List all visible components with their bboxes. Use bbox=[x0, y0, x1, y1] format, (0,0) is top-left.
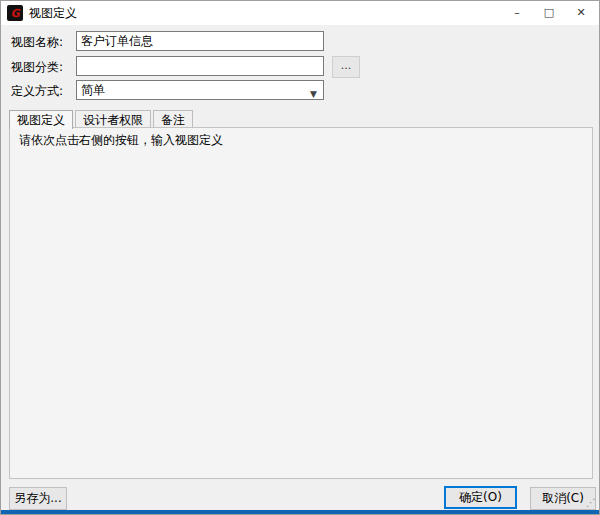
resize-grip[interactable]: ⋰ bbox=[586, 498, 596, 508]
definition-method-label: 定义方式: bbox=[11, 81, 63, 101]
tab-strip: 视图定义 设计者权限 备注 bbox=[9, 110, 195, 128]
tab-remarks[interactable]: 备注 bbox=[153, 110, 193, 128]
view-name-input[interactable] bbox=[76, 31, 324, 51]
instruction-text: 请依次点击右侧的按钮，输入视图定义 bbox=[19, 132, 223, 149]
view-definition-dialog: G 视图定义 – □ ✕ 视图名称: 视图分类: ... 定义方式: 简单 ▼ … bbox=[0, 0, 600, 515]
tab-page-view-definition bbox=[9, 127, 593, 479]
titlebar: G 视图定义 – □ ✕ bbox=[1, 1, 599, 25]
minimize-button[interactable]: – bbox=[501, 1, 533, 25]
app-logo-glyph: G bbox=[10, 8, 19, 19]
view-name-label: 视图名称: bbox=[11, 32, 63, 52]
maximize-button[interactable]: □ bbox=[533, 1, 565, 25]
close-button[interactable]: ✕ bbox=[565, 1, 597, 25]
app-icon: G bbox=[7, 5, 23, 21]
definition-method-value: 简单 bbox=[81, 83, 105, 97]
chevron-down-icon: ▼ bbox=[310, 85, 317, 103]
view-category-label: 视图分类: bbox=[11, 57, 63, 77]
window-title: 视图定义 bbox=[29, 1, 77, 25]
window-controls: – □ ✕ bbox=[501, 1, 597, 25]
view-category-input[interactable] bbox=[76, 56, 324, 76]
save-as-button[interactable]: 另存为... bbox=[9, 487, 67, 510]
tab-view-definition[interactable]: 视图定义 bbox=[9, 110, 73, 129]
tab-designer-permissions[interactable]: 设计者权限 bbox=[75, 110, 151, 128]
browse-button[interactable]: ... bbox=[332, 56, 360, 78]
ok-button[interactable]: 确定(O) bbox=[444, 486, 517, 509]
definition-method-select[interactable]: 简单 ▼ bbox=[76, 80, 324, 100]
window-bottom-border bbox=[1, 510, 599, 514]
